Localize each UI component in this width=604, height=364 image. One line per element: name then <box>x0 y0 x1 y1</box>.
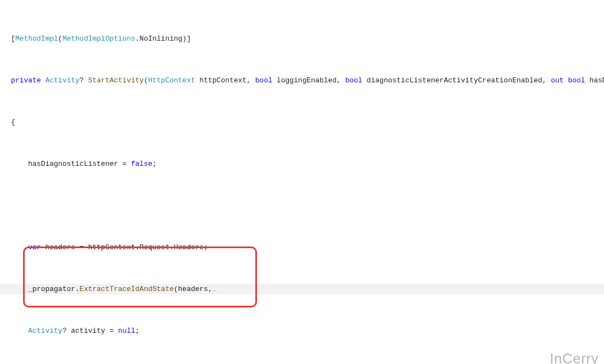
code-line[interactable]: var headers = httpContext.Request.Header… <box>0 242 604 253</box>
code-editor[interactable]: [MethodImpl(MethodImplOptions.NoInlining… <box>0 0 604 364</box>
code-line[interactable]: Activity? activity = null; <box>0 326 604 336</box>
code-line[interactable]: [MethodImpl(MethodImplOptions.NoInlining… <box>0 33 604 44</box>
attr-name: MethodImpl <box>15 35 58 43</box>
highlight-box <box>23 247 257 307</box>
code-line[interactable] <box>0 200 604 211</box>
brace-open: { <box>11 118 15 126</box>
watermark: InCerry <box>550 354 599 364</box>
bracket-close: ] <box>187 35 191 43</box>
fold-ellipsis-icon[interactable]: … <box>212 285 217 293</box>
code-line[interactable]: hasDiagnosticListener = false; <box>0 159 604 169</box>
method-name: StartActivity <box>88 76 143 85</box>
code-line[interactable]: private Activity? StartActivity(HttpCont… <box>0 75 604 86</box>
code-line[interactable]: { <box>0 117 604 127</box>
bracket-open: [ <box>11 35 15 43</box>
kw-private: private <box>11 76 41 85</box>
code-line-collapsed[interactable]: _propagator.ExtractTraceIdAndState(heade… <box>0 284 604 294</box>
